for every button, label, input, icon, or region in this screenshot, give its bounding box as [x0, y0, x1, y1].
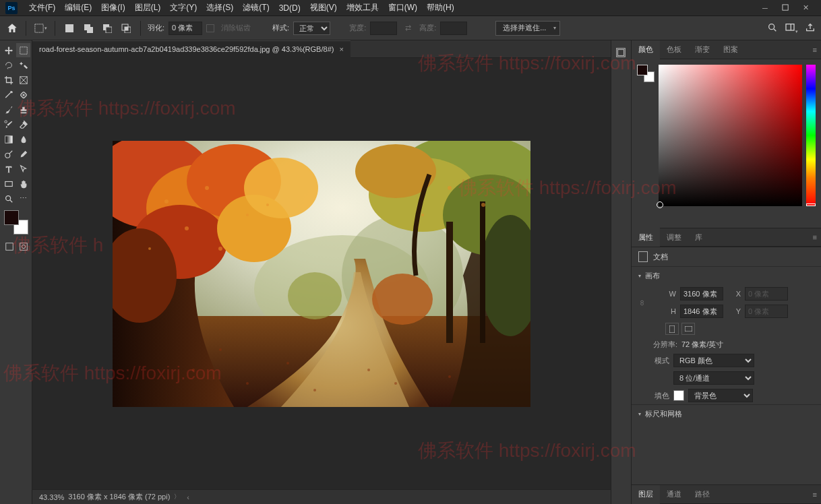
menu-window[interactable]: 窗口(W) [384, 2, 422, 13]
menu-edit[interactable]: 编辑(E) [60, 2, 96, 13]
svg-point-65 [448, 375, 451, 378]
rectangle-tool[interactable] [1, 177, 16, 191]
color-field[interactable] [659, 65, 802, 206]
dimensions-readout: 3160 像素 x 1846 像素 (72 ppi) [68, 492, 170, 502]
menu-layer[interactable]: 图层(L) [130, 2, 166, 13]
history-brush-tool[interactable] [1, 117, 16, 131]
select-and-mask-button[interactable]: 选择并遮住... [495, 21, 560, 36]
menu-help[interactable]: 帮助(H) [422, 2, 459, 13]
panel-menu-icon[interactable]: ≡ [809, 46, 821, 54]
link-wh-icon[interactable]: 𝟾 [637, 298, 646, 307]
tab-properties[interactable]: 属性 [632, 228, 660, 247]
svg-rect-0 [782, 5, 787, 10]
orientation-landscape-icon[interactable] [681, 323, 695, 335]
svg-line-11 [774, 29, 776, 31]
tab-swatches[interactable]: 色板 [660, 40, 688, 59]
window-minimize-button[interactable]: ─ [755, 1, 775, 15]
path-select-tool[interactable] [16, 162, 30, 176]
color-panel-swatch[interactable] [637, 65, 655, 82]
more-tool[interactable]: ⋯ [16, 191, 30, 206]
lasso-tool[interactable] [1, 58, 16, 72]
dodge-tool[interactable] [1, 147, 16, 161]
wand-tool[interactable] [16, 58, 30, 72]
eyedropper-tool[interactable] [1, 88, 16, 102]
menu-image[interactable]: 图像(I) [96, 2, 129, 13]
status-menu-icon[interactable]: 〉 [174, 493, 180, 501]
svg-line-24 [9, 150, 11, 153]
share-icon[interactable] [805, 22, 816, 34]
move-tool[interactable] [1, 43, 16, 57]
fill-select[interactable]: 背景色 [688, 389, 753, 402]
svg-rect-72 [685, 326, 692, 332]
menu-type[interactable]: 文字(Y) [165, 2, 202, 13]
type-tool[interactable] [1, 162, 16, 176]
boolean-new-icon[interactable] [62, 21, 77, 36]
color-swatch[interactable] [4, 210, 28, 234]
svg-point-67 [286, 362, 289, 365]
canvas-width-input[interactable] [680, 287, 723, 301]
menu-plugins[interactable]: 增效工具 [342, 2, 384, 13]
tab-libraries[interactable]: 库 [688, 228, 709, 247]
marquee-tool[interactable] [16, 43, 30, 57]
svg-point-56 [185, 226, 189, 230]
brush-tool[interactable] [1, 102, 16, 117]
boolean-add-icon[interactable] [81, 21, 96, 36]
props-doc-label: 文档 [653, 252, 668, 262]
canvas-viewport[interactable] [32, 58, 611, 489]
close-tab-icon[interactable]: × [339, 45, 343, 53]
home-icon[interactable] [5, 22, 19, 35]
search-icon[interactable] [767, 22, 778, 34]
stamp-tool[interactable] [16, 102, 30, 117]
svg-rect-9 [125, 27, 128, 30]
tab-layers[interactable]: 图层 [632, 485, 660, 504]
menu-select[interactable]: 选择(S) [202, 2, 238, 13]
window-close-button[interactable]: ✕ [795, 1, 816, 15]
document-tab[interactable]: road-forest-season-autumn-acb7a2b0419ad3… [32, 40, 351, 58]
width-label: 宽度: [349, 23, 366, 33]
workspace-icon[interactable]: ▾ [785, 22, 798, 34]
tab-color[interactable]: 颜色 [632, 40, 660, 59]
menu-file[interactable]: 文件(F) [24, 2, 60, 13]
quickmask-mode-icon[interactable] [17, 239, 30, 253]
document-type-icon [638, 251, 648, 262]
marquee-preset-icon[interactable]: ▾ [33, 21, 48, 36]
tab-patterns[interactable]: 图案 [717, 40, 745, 59]
boolean-intersect-icon[interactable] [119, 21, 133, 36]
dock-history-icon[interactable] [613, 44, 629, 61]
style-select[interactable]: 正常 [293, 22, 330, 35]
tab-gradients[interactable]: 渐变 [688, 40, 717, 59]
tab-paths[interactable]: 路径 [688, 485, 717, 504]
antialias-checkbox[interactable] [206, 24, 214, 32]
blur-tool[interactable] [16, 132, 30, 146]
hue-slider[interactable] [806, 65, 816, 206]
section-canvas-header[interactable]: ▾画布 [632, 267, 821, 285]
healing-tool[interactable] [16, 88, 30, 102]
hand-tool[interactable] [16, 177, 30, 191]
color-mode-select[interactable]: RGB 颜色 [673, 354, 754, 367]
pen-tool[interactable] [16, 147, 30, 161]
standard-mode-icon[interactable] [3, 239, 16, 253]
gradient-tool[interactable] [1, 132, 16, 146]
menu-filter[interactable]: 滤镜(T) [238, 2, 274, 13]
orientation-portrait-icon[interactable] [665, 323, 679, 335]
section-rulers-header[interactable]: ▾标尺和网格 [632, 405, 821, 423]
crop-tool[interactable] [1, 73, 16, 87]
panel-menu-icon-2[interactable]: ≡ [809, 233, 821, 241]
canvas-height-input[interactable] [680, 305, 723, 318]
tab-channels[interactable]: 通道 [660, 485, 688, 504]
foreground-color-icon[interactable] [4, 210, 19, 225]
zoom-readout[interactable]: 43.33% [39, 493, 64, 501]
fill-swatch-icon[interactable] [673, 390, 684, 401]
frame-tool[interactable] [16, 73, 30, 87]
feather-input[interactable] [169, 22, 202, 35]
panel-menu-icon-3[interactable]: ≡ [809, 491, 821, 499]
swap-wh-icon[interactable]: ⇄ [405, 24, 411, 32]
menu-3d[interactable]: 3D(D) [274, 3, 305, 13]
eraser-tool[interactable] [16, 117, 30, 131]
tab-adjustments[interactable]: 调整 [660, 228, 688, 247]
bit-depth-select[interactable]: 8 位/通道 [673, 371, 754, 385]
boolean-subtract-icon[interactable] [100, 21, 115, 36]
zoom-tool[interactable] [1, 191, 16, 206]
menu-view[interactable]: 视图(V) [305, 2, 342, 13]
window-maximize-button[interactable] [775, 1, 795, 15]
